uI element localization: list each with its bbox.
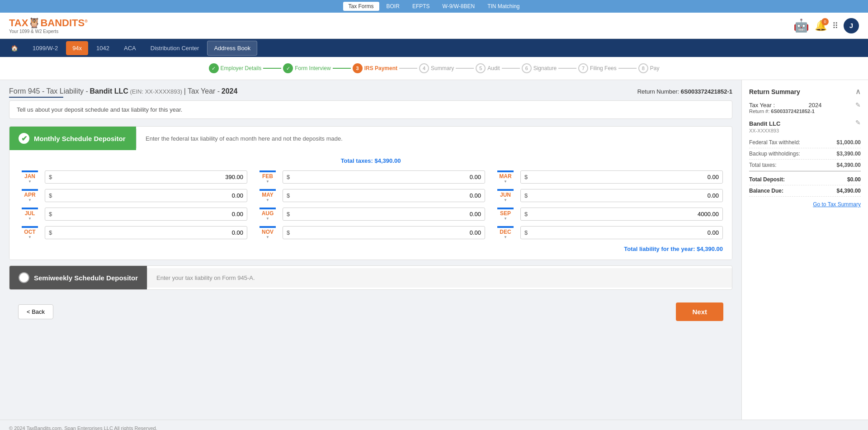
header-icons: 🤖 🔔 0 ⠿ J	[793, 18, 859, 33]
semiweekly-radio[interactable]	[19, 272, 29, 283]
sidebar-row-3: Total Deposit:$0.00	[749, 174, 861, 185]
nav-1099[interactable]: 1099/W-2	[26, 41, 64, 55]
step-line-2	[333, 68, 351, 69]
month-input-wrap-may[interactable]: $	[283, 189, 485, 202]
step-employer-details[interactable]: ✓ Employer Details	[209, 63, 262, 73]
month-name-sep: SEP	[500, 210, 511, 217]
month-arrow-apr: ▼	[28, 198, 32, 202]
nav-94x[interactable]: 94x	[66, 41, 88, 55]
month-input-nov[interactable]	[292, 229, 481, 236]
month-input-jan[interactable]	[54, 174, 243, 180]
go-to-tax-summary-link[interactable]: Go to Tax Summary	[749, 201, 861, 208]
month-input-apr[interactable]	[54, 192, 243, 199]
month-label-jan: JAN ▼	[19, 170, 41, 184]
month-input-wrap-oct[interactable]: $	[45, 226, 247, 239]
month-input-jun[interactable]	[529, 192, 719, 199]
total-taxes-display: Total taxes: $4,390.00	[19, 157, 723, 164]
sidebar-ein: XX-XXXX893	[749, 128, 861, 133]
header: TAX🦉BANDITS® Your 1099 & W2 Experts 🤖 🔔 …	[0, 13, 868, 39]
next-button[interactable]: Next	[676, 302, 723, 321]
step-audit[interactable]: 5 Audit	[476, 63, 500, 73]
month-input-wrap-apr[interactable]: $	[45, 189, 247, 202]
month-name-jun: JUN	[500, 192, 511, 198]
month-dollar-apr: $	[49, 192, 52, 199]
month-input-wrap-nov[interactable]: $	[283, 226, 485, 239]
month-input-wrap-feb[interactable]: $	[283, 170, 485, 184]
month-arrow-may: ▼	[266, 198, 269, 202]
top-nav-tin[interactable]: TIN Matching	[482, 2, 525, 11]
nav-home[interactable]: 🏠	[5, 41, 24, 55]
month-name-aug: AUG	[262, 210, 274, 217]
month-input-feb[interactable]	[292, 174, 481, 180]
month-input-oct[interactable]	[54, 229, 243, 236]
nav-dist[interactable]: Distribution Center	[144, 41, 206, 55]
step-5-label: Audit	[487, 65, 500, 71]
month-input-aug[interactable]	[292, 211, 481, 217]
footer-copyright: © 2024 TaxBandits.com, Span Enterprises …	[9, 425, 859, 430]
month-input-wrap-jan[interactable]: $	[45, 170, 247, 184]
monthly-check-icon: ✔	[19, 133, 29, 144]
month-bar-apr	[22, 189, 38, 191]
month-arrow-oct: ▼	[28, 235, 32, 239]
month-input-dec[interactable]	[529, 229, 719, 236]
month-label-dec: DEC ▼	[494, 226, 517, 239]
grid-icon[interactable]: ⠿	[832, 21, 838, 31]
action-bar: < Back Next	[9, 295, 732, 328]
month-row-aug: AUG ▼ $	[256, 208, 485, 221]
semiweekly-header-title[interactable]: Semiweekly Schedule Depositor	[9, 266, 147, 289]
nav-aca[interactable]: ACA	[118, 41, 142, 55]
month-input-wrap-mar[interactable]: $	[520, 170, 723, 184]
nav-1042[interactable]: 1042	[90, 41, 116, 55]
month-input-wrap-jul[interactable]: $	[45, 208, 247, 221]
step-summary[interactable]: 4 Summary	[419, 63, 454, 73]
steps-bar: ✓ Employer Details ✓ Form Interview 3 IR…	[0, 57, 868, 80]
step-filing-fees[interactable]: 7 Filing Fees	[578, 63, 617, 73]
page-layout: Form 945 - Tax Liability - Bandit LLC (E…	[0, 80, 868, 420]
month-dollar-oct: $	[49, 229, 52, 236]
logo[interactable]: TAX🦉BANDITS® Your 1099 & W2 Experts	[9, 17, 88, 34]
top-nav-tax-forms[interactable]: Tax Forms	[343, 2, 379, 11]
month-input-wrap-aug[interactable]: $	[283, 208, 485, 221]
step-form-interview[interactable]: ✓ Form Interview	[283, 63, 330, 73]
total-liability-value: $4,390.00	[697, 246, 723, 252]
back-button[interactable]: < Back	[18, 304, 53, 319]
month-input-may[interactable]	[292, 192, 481, 199]
month-dollar-jul: $	[49, 211, 52, 217]
top-nav: Tax Forms BOIR EFPTS W-9/W-8BEN TIN Matc…	[0, 0, 868, 13]
step-pay[interactable]: 8 Pay	[638, 63, 660, 73]
robot-icon[interactable]: 🤖	[793, 18, 809, 33]
sidebar-row-label-3: Total Deposit:	[749, 176, 785, 183]
month-input-mar[interactable]	[529, 174, 719, 180]
month-input-sep[interactable]	[529, 211, 719, 217]
notification-bell[interactable]: 🔔 0	[815, 20, 827, 32]
month-bar-jul	[22, 208, 38, 209]
month-name-apr: APR	[24, 192, 35, 198]
step-irs-payment[interactable]: 3 IRS Payment	[353, 63, 397, 73]
month-input-wrap-dec[interactable]: $	[520, 226, 723, 239]
top-nav-efpts[interactable]: EFPTS	[407, 2, 435, 11]
sidebar-collapse-icon[interactable]: ∧	[855, 87, 861, 96]
semiweekly-deposit-section: Semiweekly Schedule Depositor Enter your…	[9, 265, 732, 290]
month-input-wrap-jun[interactable]: $	[520, 189, 723, 202]
step-2-label: Form Interview	[295, 65, 330, 71]
step-signature[interactable]: 6 Signature	[522, 63, 557, 73]
sidebar-tax-year-row: Tax Year : 2024 ✎	[749, 101, 861, 109]
top-nav-w9[interactable]: W-9/W-8BEN	[437, 2, 481, 11]
edit-company-icon[interactable]: ✎	[855, 119, 861, 126]
monthly-header-title[interactable]: ✔ Monthly Schedule Depositor	[9, 127, 136, 150]
month-bar-dec	[497, 226, 514, 228]
month-input-jul[interactable]	[54, 211, 243, 217]
user-avatar[interactable]: J	[844, 18, 859, 33]
month-dollar-mar: $	[524, 174, 528, 180]
month-arrow-jan: ▼	[28, 180, 32, 184]
monthly-header: ✔ Monthly Schedule Depositor Enter the f…	[9, 127, 732, 150]
nav-address-book[interactable]: Address Book	[207, 41, 257, 56]
edit-tax-year-icon[interactable]: ✎	[855, 101, 861, 109]
month-name-jul: JUL	[25, 210, 35, 217]
sidebar-row-value-4: $4,390.00	[837, 188, 861, 194]
top-nav-boir[interactable]: BOIR	[381, 2, 405, 11]
step-8-label: Pay	[650, 65, 660, 71]
month-row-apr: APR ▼ $	[19, 189, 247, 202]
sidebar-rows: Federal Tax withheld:$1,000.00Backup wit…	[749, 137, 861, 197]
month-input-wrap-sep[interactable]: $	[520, 208, 723, 221]
